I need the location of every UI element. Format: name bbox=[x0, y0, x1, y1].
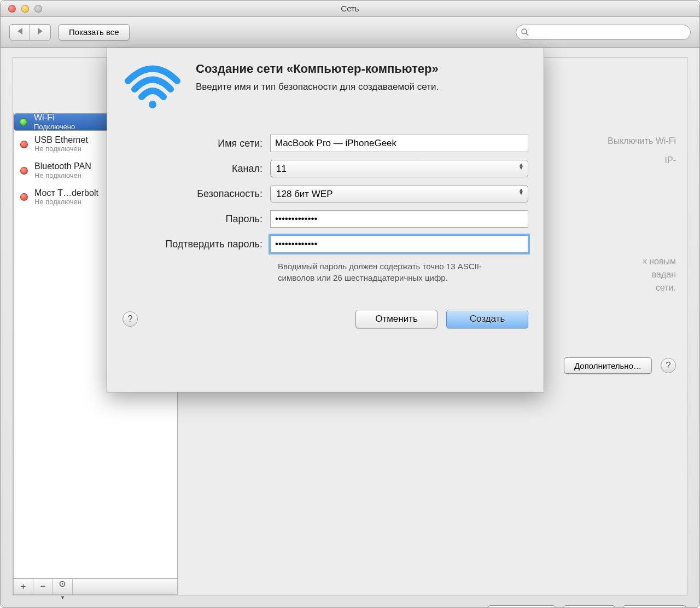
svg-line-1 bbox=[526, 33, 528, 36]
sidebar-item-status: Не подключен bbox=[34, 172, 91, 180]
confirm-password-label: Подтвердить пароль: bbox=[122, 239, 270, 250]
status-dot-icon bbox=[20, 118, 27, 126]
apply-button[interactable]: Применить bbox=[623, 605, 686, 608]
gear-icon bbox=[59, 580, 67, 588]
status-dot-icon bbox=[20, 167, 28, 175]
footer-bar: Ассистент… Вернуть Применить bbox=[13, 595, 687, 608]
window-title: Сеть bbox=[1, 4, 699, 13]
search-field-wrap[interactable] bbox=[516, 25, 691, 40]
network-preferences-window: Сеть Показать все Wi-Fi bbox=[0, 0, 700, 608]
sidebar-item-status: Подключено bbox=[34, 123, 75, 131]
assistant-button[interactable]: Ассистент… bbox=[488, 605, 556, 608]
toolbar: Показать все bbox=[1, 17, 699, 48]
faded-bg-text: к новым вадан сети. bbox=[643, 255, 676, 294]
network-name-label: Имя сети: bbox=[122, 138, 270, 149]
password-label: Пароль: bbox=[122, 213, 270, 225]
revert-button[interactable]: Вернуть bbox=[563, 605, 615, 608]
sheet-help-button[interactable]: ? bbox=[122, 311, 138, 327]
network-name-input[interactable] bbox=[270, 135, 528, 152]
sidebar-item-label: Мост T…derbolt bbox=[34, 188, 98, 198]
help-button[interactable]: ? bbox=[661, 358, 676, 373]
wifi-icon bbox=[122, 62, 183, 113]
nav-segment bbox=[9, 24, 51, 40]
sidebar-item-label: Bluetooth PAN bbox=[34, 161, 91, 171]
status-dot-icon bbox=[20, 193, 28, 201]
sidebar-item-status: Не подключен bbox=[34, 145, 88, 153]
back-button[interactable] bbox=[9, 24, 30, 40]
svg-point-4 bbox=[149, 101, 156, 108]
create-button[interactable]: Создать bbox=[446, 310, 528, 328]
sidebar-item-label: Wi-Fi bbox=[34, 113, 75, 123]
ip-fragment: IP- bbox=[665, 154, 676, 167]
svg-point-3 bbox=[61, 583, 63, 585]
sidebar-footer: + − ▼ bbox=[13, 578, 178, 595]
password-input[interactable] bbox=[270, 210, 528, 228]
channel-select[interactable]: 11 bbox=[270, 160, 528, 177]
search-icon bbox=[521, 28, 529, 37]
status-dot-icon bbox=[20, 141, 28, 148]
channel-label: Канал: bbox=[122, 163, 270, 175]
svg-point-0 bbox=[522, 29, 527, 34]
gear-menu-button[interactable]: ▼ bbox=[53, 579, 73, 594]
create-network-sheet: Создание сети «Компьютер-компьютер» Введ… bbox=[107, 48, 544, 392]
show-all-button[interactable]: Показать все bbox=[59, 24, 130, 40]
security-label: Безопасность: bbox=[122, 188, 270, 200]
titlebar: Сеть bbox=[1, 1, 699, 17]
remove-service-button[interactable]: − bbox=[33, 579, 53, 594]
sheet-footer: ? Отменить Создать bbox=[122, 310, 528, 328]
password-hint: Вводимый пароль должен содержать точно 1… bbox=[278, 260, 518, 283]
security-select[interactable]: 128 бит WEP bbox=[270, 185, 528, 202]
confirm-password-input[interactable] bbox=[270, 235, 528, 253]
sheet-title: Создание сети «Компьютер-компьютер» bbox=[196, 62, 439, 76]
sheet-form: Имя сети: Канал: 11 ▲▼ Безопасность: 128… bbox=[122, 135, 528, 283]
forward-button[interactable] bbox=[30, 24, 51, 40]
sheet-subtitle: Введите имя и тип безопасности для созда… bbox=[196, 82, 439, 92]
sidebar-item-label: USB Ethernet bbox=[34, 135, 88, 145]
add-service-button[interactable]: + bbox=[14, 579, 33, 594]
cancel-button[interactable]: Отменить bbox=[355, 310, 438, 328]
search-input[interactable] bbox=[533, 25, 684, 39]
wifi-toggle-fragment: Выключить Wi-Fi bbox=[608, 135, 676, 148]
sidebar-item-status: Не подключен bbox=[34, 198, 98, 206]
advanced-button[interactable]: Дополнительно… bbox=[564, 357, 652, 374]
